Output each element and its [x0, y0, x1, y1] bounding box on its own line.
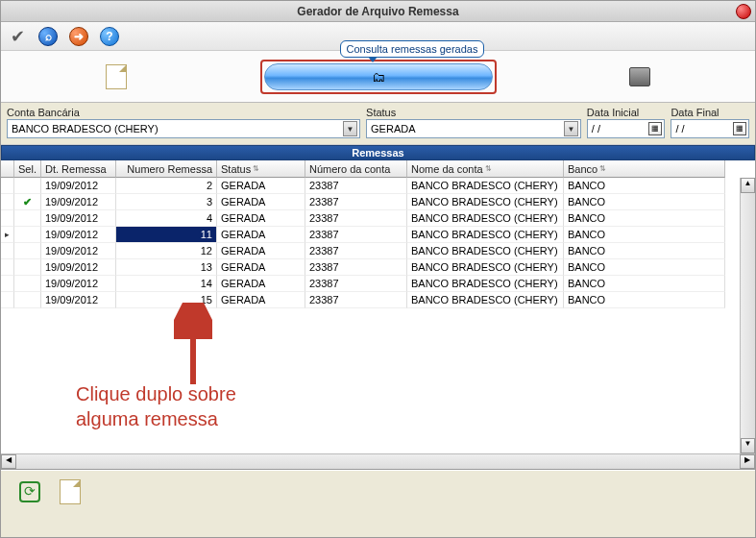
- table-row[interactable]: ✔19/09/20123GERADA23387BANCO BRADESCO (C…: [1, 194, 755, 210]
- table-row[interactable]: 19/09/201214GERADA23387BANCO BRADESCO (C…: [1, 276, 755, 292]
- new-remessa-button[interactable]: [106, 66, 127, 87]
- row-dt: 19/09/2012: [41, 194, 116, 210]
- col-status[interactable]: Status⇅: [217, 160, 305, 178]
- row-nome: BANCO BRADESCO (CHERY): [407, 259, 564, 276]
- row-sel[interactable]: [14, 178, 41, 194]
- export-button[interactable]: [59, 480, 82, 503]
- row-sel[interactable]: [14, 292, 41, 308]
- data-final-input[interactable]: / / ▦: [671, 119, 749, 138]
- table-row[interactable]: 19/09/201211GERADA23387BANCO BRADESCO (C…: [1, 227, 755, 243]
- window-title: Gerador de Arquivo Remessa: [297, 5, 458, 18]
- conta-bancaria-select[interactable]: BANCO BRADESCO (CHERY) ▼: [7, 119, 360, 138]
- row-dt: 19/09/2012: [41, 243, 116, 259]
- row-numconta: 23387: [305, 259, 407, 276]
- scroll-track[interactable]: [741, 193, 755, 438]
- row-marker: [1, 210, 14, 227]
- data-final-label: Data Final: [671, 107, 749, 118]
- row-marker: [1, 259, 14, 276]
- close-button[interactable]: [736, 4, 751, 19]
- help-icon: ?: [100, 27, 119, 46]
- col-sel[interactable]: Sel.: [14, 160, 41, 178]
- col-dt-remessa[interactable]: Dt. Remessa: [41, 160, 116, 178]
- row-status: GERADA: [217, 243, 305, 259]
- table-row[interactable]: 19/09/20122GERADA23387BANCO BRADESCO (CH…: [1, 178, 755, 194]
- row-numconta: 23387: [305, 243, 407, 259]
- row-num: 2: [116, 178, 217, 194]
- row-numconta: 23387: [305, 178, 407, 194]
- table-row[interactable]: 19/09/201215GERADA23387BANCO BRADESCO (C…: [1, 292, 755, 308]
- refresh-icon: [19, 481, 40, 502]
- status-value: GERADA: [371, 123, 415, 134]
- vertical-scrollbar[interactable]: ▲ ▼: [740, 178, 755, 453]
- row-dt: 19/09/2012: [41, 292, 116, 308]
- col-banco[interactable]: Banco⇅: [564, 160, 725, 178]
- print-button[interactable]: [629, 66, 650, 87]
- row-marker: [1, 292, 14, 308]
- tooltip-consulta: Consulta remessas geradas: [340, 40, 485, 58]
- data-inicial-value: / /: [592, 123, 600, 134]
- scroll-track[interactable]: [16, 454, 740, 469]
- row-banco: BANCO: [564, 243, 725, 259]
- horizontal-scrollbar[interactable]: ◀ ▶: [1, 453, 755, 469]
- row-num: 3: [116, 194, 217, 210]
- titlebar: Gerador de Arquivo Remessa: [1, 1, 755, 22]
- scroll-down-button[interactable]: ▼: [741, 438, 755, 453]
- col-marker: [1, 160, 14, 178]
- scroll-right-button[interactable]: ▶: [740, 454, 755, 469]
- row-banco: BANCO: [564, 259, 725, 276]
- row-sel[interactable]: ✔: [14, 194, 41, 210]
- forward-button[interactable]: ➜: [68, 26, 89, 47]
- row-marker: [1, 194, 14, 210]
- row-num: 11: [116, 227, 217, 243]
- consulta-remessas-button[interactable]: 🗂: [260, 60, 497, 94]
- row-nome: BANCO BRADESCO (CHERY): [407, 276, 564, 292]
- data-inicial-label: Data Inicial: [587, 107, 666, 118]
- conta-bancaria-label: Conta Bancária: [7, 107, 360, 118]
- row-num: 4: [116, 210, 217, 227]
- row-sel[interactable]: [14, 259, 41, 276]
- search-icon: ⌕: [38, 27, 58, 46]
- table-row[interactable]: 19/09/20124GERADA23387BANCO BRADESCO (CH…: [1, 210, 755, 227]
- row-sel[interactable]: [14, 210, 41, 227]
- sort-icon: ⇅: [253, 164, 259, 173]
- table-row[interactable]: 19/09/201212GERADA23387BANCO BRADESCO (C…: [1, 243, 755, 259]
- col-numero-remessa[interactable]: Numero Remessa: [116, 160, 217, 178]
- col-numero-conta[interactable]: Número da conta: [305, 160, 407, 178]
- row-nome: BANCO BRADESCO (CHERY): [407, 178, 564, 194]
- scroll-left-button[interactable]: ◀: [1, 454, 16, 469]
- row-numconta: 23387: [305, 276, 407, 292]
- table-row[interactable]: 19/09/201213GERADA23387BANCO BRADESCO (C…: [1, 259, 755, 276]
- document-icon: [60, 479, 81, 504]
- confirm-button[interactable]: ✔: [7, 26, 28, 47]
- grid-body[interactable]: 19/09/20122GERADA23387BANCO BRADESCO (CH…: [1, 178, 755, 453]
- row-sel[interactable]: [14, 276, 41, 292]
- row-dt: 19/09/2012: [41, 210, 116, 227]
- document-icon: [106, 64, 127, 89]
- search-button[interactable]: ⌕: [37, 26, 59, 47]
- row-dt: 19/09/2012: [41, 276, 116, 292]
- row-banco: BANCO: [564, 276, 725, 292]
- row-num: 15: [116, 292, 217, 308]
- row-sel[interactable]: [14, 243, 41, 259]
- sort-icon: ⇅: [599, 164, 606, 173]
- help-button[interactable]: ?: [99, 26, 120, 47]
- row-nome: BANCO BRADESCO (CHERY): [407, 210, 564, 227]
- row-marker: [1, 178, 14, 194]
- col-nome-conta[interactable]: Nome da conta⇅: [407, 160, 564, 178]
- bottom-toolbar: [1, 470, 755, 512]
- row-nome: BANCO BRADESCO (CHERY): [407, 243, 564, 259]
- data-inicial-input[interactable]: / / ▦: [587, 119, 666, 138]
- row-num: 13: [116, 259, 217, 276]
- row-nome: BANCO BRADESCO (CHERY): [407, 292, 564, 308]
- row-numconta: 23387: [305, 210, 407, 227]
- calendar-icon: ▦: [648, 122, 662, 135]
- grid-title: Remessas: [1, 145, 755, 160]
- refresh-button[interactable]: [18, 480, 41, 503]
- status-select[interactable]: GERADA ▼: [366, 119, 581, 138]
- row-sel[interactable]: [14, 227, 41, 243]
- scroll-up-button[interactable]: ▲: [741, 178, 755, 193]
- row-marker: [1, 243, 14, 259]
- row-marker: [1, 227, 14, 243]
- data-final-value: / /: [675, 123, 684, 134]
- row-status: GERADA: [217, 210, 305, 227]
